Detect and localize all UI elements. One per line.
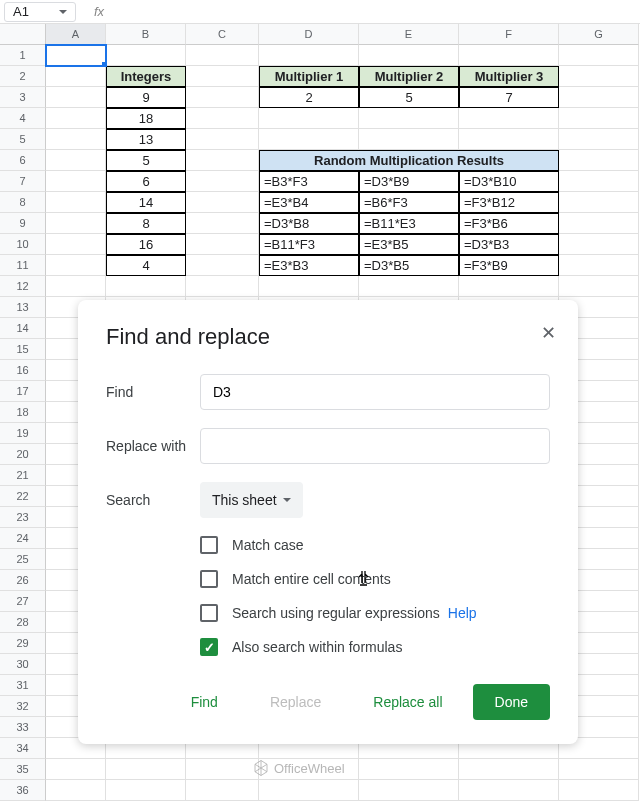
row-header-22[interactable]: 22 <box>0 486 46 507</box>
row-header-24[interactable]: 24 <box>0 528 46 549</box>
cell-B8[interactable]: 14 <box>106 192 186 213</box>
cell-C9[interactable] <box>186 213 259 234</box>
cell-D12[interactable] <box>259 276 359 297</box>
row-header-10[interactable]: 10 <box>0 234 46 255</box>
cell-E3[interactable]: 5 <box>359 87 459 108</box>
cell-C8[interactable] <box>186 192 259 213</box>
search-scope-dropdown[interactable]: This sheet <box>200 482 303 518</box>
cell-A35[interactable] <box>46 759 106 780</box>
cell-A12[interactable] <box>46 276 106 297</box>
replace-button[interactable]: Replace <box>248 684 343 720</box>
select-all-corner[interactable] <box>0 24 46 45</box>
cell-C1[interactable] <box>186 45 259 66</box>
cell-E10[interactable]: =E3*B5 <box>359 234 459 255</box>
cell-A10[interactable] <box>46 234 106 255</box>
cell-G35[interactable] <box>559 759 639 780</box>
row-header-21[interactable]: 21 <box>0 465 46 486</box>
cell-G1[interactable] <box>559 45 639 66</box>
cell-G7[interactable] <box>559 171 639 192</box>
cell-C36[interactable] <box>186 780 259 801</box>
cell-D5[interactable] <box>259 129 359 150</box>
cell-A8[interactable] <box>46 192 106 213</box>
replace-all-button[interactable]: Replace all <box>351 684 464 720</box>
cell-G5[interactable] <box>559 129 639 150</box>
row-header-26[interactable]: 26 <box>0 570 46 591</box>
row-header-1[interactable]: 1 <box>0 45 46 66</box>
row-header-36[interactable]: 36 <box>0 780 46 801</box>
row-header-14[interactable]: 14 <box>0 318 46 339</box>
cell-D36[interactable] <box>259 780 359 801</box>
name-box[interactable]: A1 <box>4 2 76 22</box>
cell-A7[interactable] <box>46 171 106 192</box>
match-entire-checkbox[interactable] <box>200 570 218 588</box>
cell-F8[interactable]: =F3*B12 <box>459 192 559 213</box>
cell-A11[interactable] <box>46 255 106 276</box>
cell-F10[interactable]: =D3*B3 <box>459 234 559 255</box>
col-header-B[interactable]: B <box>106 24 186 45</box>
cell-E4[interactable] <box>359 108 459 129</box>
row-header-2[interactable]: 2 <box>0 66 46 87</box>
cell-E2[interactable]: Multiplier 2 <box>359 66 459 87</box>
cell-G12[interactable] <box>559 276 639 297</box>
col-header-F[interactable]: F <box>459 24 559 45</box>
cell-B11[interactable]: 4 <box>106 255 186 276</box>
row-header-17[interactable]: 17 <box>0 381 46 402</box>
find-input[interactable] <box>200 374 550 410</box>
row-header-5[interactable]: 5 <box>0 129 46 150</box>
cell-B2[interactable]: Integers <box>106 66 186 87</box>
cell-E5[interactable] <box>359 129 459 150</box>
cell-B3[interactable]: 9 <box>106 87 186 108</box>
cell-B36[interactable] <box>106 780 186 801</box>
row-header-25[interactable]: 25 <box>0 549 46 570</box>
cell-A3[interactable] <box>46 87 106 108</box>
replace-input[interactable] <box>200 428 550 464</box>
cell-D2[interactable]: Multiplier 1 <box>259 66 359 87</box>
row-header-13[interactable]: 13 <box>0 297 46 318</box>
formulas-checkbox[interactable] <box>200 638 218 656</box>
cell-B6[interactable]: 5 <box>106 150 186 171</box>
col-header-E[interactable]: E <box>359 24 459 45</box>
cell-D9[interactable]: =D3*B8 <box>259 213 359 234</box>
cell-E8[interactable]: =B6*F3 <box>359 192 459 213</box>
cell-G6[interactable] <box>559 150 639 171</box>
row-header-31[interactable]: 31 <box>0 675 46 696</box>
cell-C5[interactable] <box>186 129 259 150</box>
cell-C3[interactable] <box>186 87 259 108</box>
cell-E1[interactable] <box>359 45 459 66</box>
row-header-12[interactable]: 12 <box>0 276 46 297</box>
cell-B35[interactable] <box>106 759 186 780</box>
cell-G3[interactable] <box>559 87 639 108</box>
cell-B1[interactable] <box>106 45 186 66</box>
cell-F7[interactable]: =D3*B10 <box>459 171 559 192</box>
cell-G8[interactable] <box>559 192 639 213</box>
cell-A1[interactable] <box>46 45 106 66</box>
cell-G10[interactable] <box>559 234 639 255</box>
row-header-23[interactable]: 23 <box>0 507 46 528</box>
cell-F11[interactable]: =F3*B9 <box>459 255 559 276</box>
row-header-32[interactable]: 32 <box>0 696 46 717</box>
cell-E9[interactable]: =B11*E3 <box>359 213 459 234</box>
row-header-9[interactable]: 9 <box>0 213 46 234</box>
col-header-A[interactable]: A <box>46 24 106 45</box>
done-button[interactable]: Done <box>473 684 550 720</box>
cell-F2[interactable]: Multiplier 3 <box>459 66 559 87</box>
regex-checkbox[interactable] <box>200 604 218 622</box>
row-header-3[interactable]: 3 <box>0 87 46 108</box>
cell-B9[interactable]: 8 <box>106 213 186 234</box>
cell-B7[interactable]: 6 <box>106 171 186 192</box>
cell-B5[interactable]: 13 <box>106 129 186 150</box>
row-header-34[interactable]: 34 <box>0 738 46 759</box>
row-header-16[interactable]: 16 <box>0 360 46 381</box>
cell-F5[interactable] <box>459 129 559 150</box>
cell-D10[interactable]: =B11*F3 <box>259 234 359 255</box>
row-header-28[interactable]: 28 <box>0 612 46 633</box>
cell-A9[interactable] <box>46 213 106 234</box>
cell-F3[interactable]: 7 <box>459 87 559 108</box>
cell-B10[interactable]: 16 <box>106 234 186 255</box>
cell-F9[interactable]: =F3*B6 <box>459 213 559 234</box>
cell-D7[interactable]: =B3*F3 <box>259 171 359 192</box>
cell-D6[interactable]: Random Multiplication Results <box>259 150 559 171</box>
cell-G9[interactable] <box>559 213 639 234</box>
cell-F12[interactable] <box>459 276 559 297</box>
col-header-D[interactable]: D <box>259 24 359 45</box>
